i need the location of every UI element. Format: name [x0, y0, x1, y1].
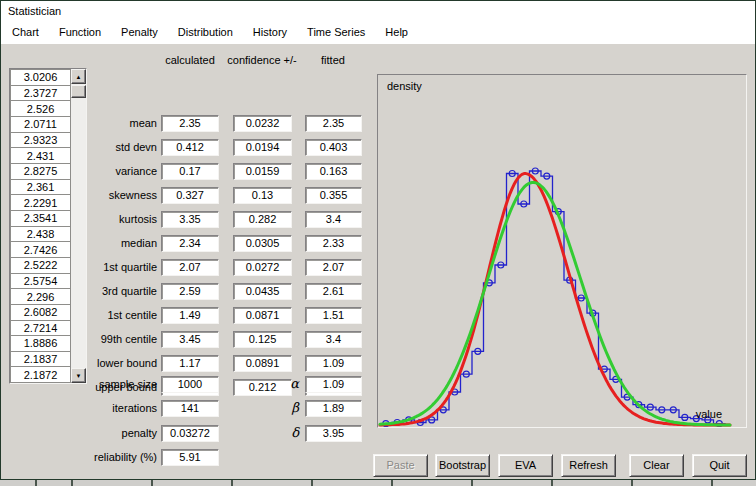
alpha-value-field[interactable]: 1.09 [305, 376, 362, 393]
density-chart-panel: density value [377, 74, 747, 428]
stat-confidence-field[interactable]: 0.0272 [233, 259, 292, 276]
stat-fitted-field[interactable]: 2.35 [305, 115, 362, 132]
stat-fitted-field[interactable]: 0.403 [305, 139, 362, 156]
statistician-window: Statistician ChartFunctionPenaltyDistrib… [0, 0, 756, 480]
stat-label: median [21, 235, 157, 252]
stat-label: mean [21, 115, 157, 132]
stat-confidence-field[interactable]: 0.0871 [233, 307, 292, 324]
stat-fitted-field[interactable]: 1.51 [305, 307, 362, 324]
scrollbar-thumb[interactable] [71, 85, 86, 98]
menu-item-penalty[interactable]: Penalty [111, 22, 168, 43]
param-label: reliability (%) [21, 449, 157, 466]
stat-label: 1st quartile [21, 259, 157, 276]
stat-confidence-field[interactable]: 0.282 [233, 211, 292, 228]
stat-calculated-field[interactable]: 0.17 [161, 163, 219, 180]
stat-row-1st-quartile: 1st quartile2.070.02722.07 [1, 259, 371, 276]
menu-item-time-series[interactable]: Time Series [297, 22, 375, 43]
stat-row-3rd-quartile: 3rd quartile2.590.04352.61 [1, 283, 371, 300]
stat-row-99th-centile: 99th centile3.450.1253.4 [1, 331, 371, 348]
scroll-up-button[interactable]: ▲ [71, 69, 86, 84]
stat-label: variance [21, 163, 157, 180]
stat-row-variance: variance0.170.01590.163 [1, 163, 371, 180]
param-value-field[interactable]: 5.91 [161, 449, 219, 466]
menu-item-function[interactable]: Function [49, 22, 111, 43]
stat-fitted-field[interactable]: 2.07 [305, 259, 362, 276]
stat-fitted-field[interactable]: 2.61 [305, 283, 362, 300]
greek-row-delta: δ3.95 [1, 425, 371, 442]
stat-row-kurtosis: kurtosis3.350.2823.4 [1, 211, 371, 228]
density-chart [378, 75, 746, 427]
clear-button[interactable]: Clear [629, 454, 684, 477]
bootstrap-button[interactable]: Bootstrap [435, 454, 490, 477]
header-fitted: fitted [293, 54, 373, 67]
stat-calculated-field[interactable]: 0.327 [161, 187, 219, 204]
chart-xlabel: value [696, 408, 722, 420]
stat-calculated-field[interactable]: 0.412 [161, 139, 219, 156]
paste-button: Paste [373, 454, 428, 477]
stat-label: lower bound [21, 355, 157, 372]
stat-row-std-devn: std devn0.4120.01940.403 [1, 139, 371, 156]
stat-confidence-field[interactable]: 0.13 [233, 187, 292, 204]
stat-label: 1st centile [21, 307, 157, 324]
stat-calculated-field[interactable]: 2.35 [161, 115, 219, 132]
greek-row-beta: β1.89 [1, 400, 371, 417]
stat-row-median: median2.340.03052.33 [1, 235, 371, 252]
greek-row-alpha: α1.09 [1, 376, 371, 393]
stat-confidence-field[interactable]: 0.0232 [233, 115, 292, 132]
screen: Statistician ChartFunctionPenaltyDistrib… [0, 0, 756, 486]
eva-button[interactable]: EVA [498, 454, 553, 477]
histogram-steps [380, 171, 725, 425]
stat-fitted-field[interactable]: 3.4 [305, 211, 362, 228]
stat-label: 3rd quartile [21, 283, 157, 300]
sample-value-cell[interactable]: 3.0206 [10, 69, 71, 86]
stat-row-mean: mean2.350.02322.35 [1, 115, 371, 132]
stat-label: 99th centile [21, 331, 157, 348]
stat-confidence-field[interactable]: 0.0194 [233, 139, 292, 156]
quit-button[interactable]: Quit [692, 454, 747, 477]
menu-item-chart[interactable]: Chart [2, 22, 49, 43]
delta-value-field[interactable]: 3.95 [305, 425, 362, 442]
alpha-label: α [241, 376, 299, 393]
stat-calculated-field[interactable]: 3.35 [161, 211, 219, 228]
sample-value-cell[interactable]: 2.3727 [10, 85, 71, 102]
stat-label: std devn [21, 139, 157, 156]
beta-label: β [241, 400, 299, 417]
stat-fitted-field[interactable]: 1.09 [305, 355, 362, 372]
stat-fitted-field[interactable]: 3.4 [305, 331, 362, 348]
stat-confidence-field[interactable]: 0.125 [233, 331, 292, 348]
stat-confidence-field[interactable]: 0.0891 [233, 355, 292, 372]
menu-bar: ChartFunctionPenaltyDistributionHistoryT… [1, 21, 755, 44]
stat-confidence-field[interactable]: 0.0435 [233, 283, 292, 300]
window-title: Statistician [8, 5, 61, 17]
chart-ylabel: density [387, 80, 422, 92]
stat-label: kurtosis [21, 211, 157, 228]
stat-row-1st-centile: 1st centile1.490.08711.51 [1, 307, 371, 324]
client-area: 3.02062.37272.5262.07112.93232.4312.8275… [1, 44, 755, 479]
stat-calculated-field[interactable]: 3.45 [161, 331, 219, 348]
stat-calculated-field[interactable]: 2.34 [161, 235, 219, 252]
param-row-reliability-: reliability (%)5.91 [1, 449, 371, 466]
stat-calculated-field[interactable]: 2.07 [161, 259, 219, 276]
delta-label: δ [241, 425, 299, 442]
stat-row-lower-bound: lower bound1.170.08911.09 [1, 355, 371, 372]
refresh-button[interactable]: Refresh [561, 454, 616, 477]
beta-value-field[interactable]: 1.89 [305, 400, 362, 417]
stat-calculated-field[interactable]: 2.59 [161, 283, 219, 300]
fitted-density-curve [380, 183, 730, 426]
stat-fitted-field[interactable]: 2.33 [305, 235, 362, 252]
stat-calculated-field[interactable]: 1.17 [161, 355, 219, 372]
stat-fitted-field[interactable]: 0.355 [305, 187, 362, 204]
menu-item-help[interactable]: Help [375, 22, 418, 43]
stat-confidence-field[interactable]: 0.0159 [233, 163, 292, 180]
stat-label: skewness [21, 187, 157, 204]
bottom-edge-strip [0, 480, 756, 486]
stat-row-skewness: skewness0.3270.130.355 [1, 187, 371, 204]
menu-item-distribution[interactable]: Distribution [168, 22, 243, 43]
stat-calculated-field[interactable]: 1.49 [161, 307, 219, 324]
menu-item-history[interactable]: History [243, 22, 297, 43]
scroll-up-icon: ▲ [76, 74, 82, 80]
title-bar: Statistician [1, 1, 755, 21]
stat-confidence-field[interactable]: 0.0305 [233, 235, 292, 252]
stat-fitted-field[interactable]: 0.163 [305, 163, 362, 180]
